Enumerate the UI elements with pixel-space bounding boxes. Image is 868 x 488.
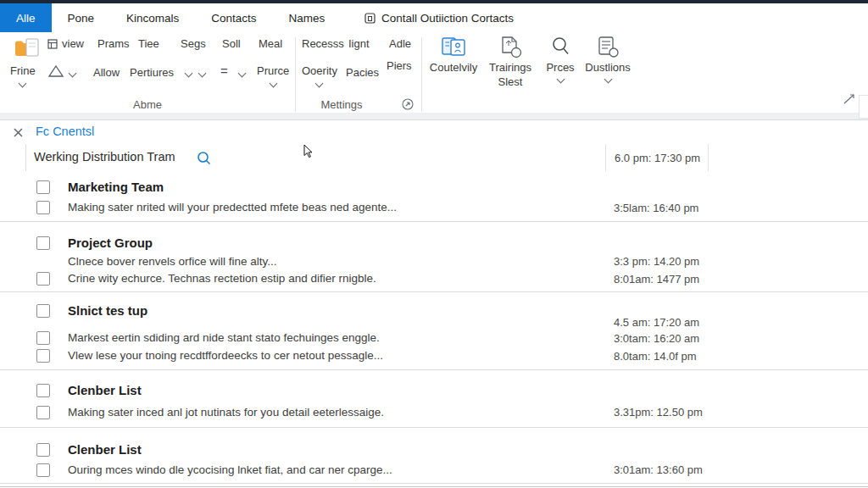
list-item[interactable]: Vlew lese your tnoing recdtffordeecks to… xyxy=(0,348,868,367)
frine-button[interactable]: Frine xyxy=(10,64,36,86)
bottom-border xyxy=(0,486,868,487)
checkbox[interactable] xyxy=(36,304,50,318)
search-icon[interactable] xyxy=(197,151,211,169)
list-item[interactable]: Project Group xyxy=(0,236,868,254)
trairings-slest-button[interactable]: Trairings Slest xyxy=(483,36,537,88)
mouse-cursor xyxy=(303,144,313,162)
list-divider xyxy=(0,427,868,428)
prces-button[interactable]: Prces xyxy=(537,36,583,82)
list-item-title: Clenber List xyxy=(68,442,142,457)
align-button[interactable]: = xyxy=(220,64,228,78)
list-header-row: Werking Distribution Tram 6.0 pm: 17:30 … xyxy=(0,144,868,172)
list-item-preview: Making sater inced anl jot nutinats for … xyxy=(68,406,384,419)
page-circle-icon xyxy=(498,36,522,58)
prurce-button[interactable]: Prurce xyxy=(257,64,289,86)
adle-piers-button[interactable]: Adle xyxy=(389,37,411,50)
list-item-preview: Clnece bover renvels orfice will fine al… xyxy=(68,255,277,268)
chevron-down-icon[interactable] xyxy=(238,69,247,78)
contacts-cards-icon xyxy=(441,36,466,58)
soll-button[interactable]: Soll xyxy=(222,37,241,50)
ooerity-button[interactable]: Ooerity xyxy=(302,64,337,86)
pertiures-button[interactable]: Pertiures xyxy=(130,66,174,79)
list-divider xyxy=(0,291,868,292)
chevron-down-icon[interactable] xyxy=(198,69,207,78)
tab-names[interactable]: Names xyxy=(273,3,342,32)
right-edge-panel xyxy=(859,95,868,119)
ribbon-group-separator xyxy=(295,37,296,112)
ribbon-group-label-abme: Abme xyxy=(0,98,295,111)
checkbox[interactable] xyxy=(36,180,50,194)
list-item-time: 4.5 am: 17:20 am xyxy=(614,316,699,329)
list-divider xyxy=(0,221,868,222)
tiee-button[interactable]: Tiee xyxy=(138,37,159,50)
list-item[interactable]: Crine wity echurce. Technas rectetion es… xyxy=(0,271,868,290)
list-item[interactable]: Slnict tes tup xyxy=(0,303,868,322)
close-icon[interactable] xyxy=(13,126,24,141)
ribbon-resize-arrow-icon[interactable] xyxy=(843,93,856,108)
list-item-preview: Vlew lese your tnoing recdtffordeecks to… xyxy=(68,349,383,362)
checkbox[interactable] xyxy=(36,443,50,457)
chevron-down-icon[interactable] xyxy=(185,69,193,78)
search-input[interactable]: Werking Distribution Tram xyxy=(34,150,175,164)
chevron-down-icon xyxy=(269,80,277,88)
tab-alle[interactable]: Alle xyxy=(0,3,52,32)
segs-button[interactable]: Segs xyxy=(181,37,206,50)
list-item[interactable]: Clnece bover renvels orfice will fine al… xyxy=(0,254,868,273)
new-contact-icon[interactable] xyxy=(14,36,42,65)
chevron-down-icon xyxy=(315,80,324,88)
ribbon-bottom-bar xyxy=(0,113,868,120)
list-item-time: 3:01am: 13:60 pm xyxy=(614,463,703,476)
list-item[interactable]: Clenber List xyxy=(0,383,868,402)
search-cell-border xyxy=(25,144,26,171)
tab-pone[interactable]: Pone xyxy=(52,3,111,32)
checkbox[interactable] xyxy=(36,272,50,286)
tab-kincomals[interactable]: Kincomals xyxy=(110,3,195,32)
dustlions-button[interactable]: Dustlions xyxy=(578,36,637,82)
chevron-down-icon xyxy=(604,75,612,84)
ribbon-group-label-mettings: Mettings xyxy=(297,98,387,111)
list-item[interactable]: Marketing Team xyxy=(0,180,868,198)
iignt-button[interactable]: Iignt xyxy=(348,37,370,50)
list-item-title: Slnict tes tup xyxy=(68,303,147,318)
dialog-launcher-icon[interactable] xyxy=(402,98,414,114)
list-item[interactable]: Making sater inced anl jot nutinats for … xyxy=(0,405,868,424)
checkbox[interactable] xyxy=(36,201,50,214)
top-right-link[interactable]: Contall Outiiction Cortacts xyxy=(364,3,514,32)
list-item-title: Marketing Team xyxy=(68,180,164,194)
ribbon: view Prams Tiee Segs Soll Meal Frine All… xyxy=(0,32,868,113)
checkbox[interactable] xyxy=(36,331,50,345)
contact-list: Marketing Team Making sater nrited will … xyxy=(0,171,868,488)
pacies-button[interactable]: Pacies xyxy=(346,66,379,79)
app-window: Alle Pone Kincomals Contacts Names Conta… xyxy=(0,0,868,488)
list-item-title: Clenber List xyxy=(68,383,142,397)
list-item-preview: Crine wity echurce. Technas rectetion es… xyxy=(68,272,376,285)
checkbox[interactable] xyxy=(36,236,50,250)
allow-button[interactable]: Allow xyxy=(93,66,120,79)
chevron-down-icon[interactable] xyxy=(69,69,77,78)
search-magnifier-icon xyxy=(550,36,570,58)
list-divider xyxy=(0,483,868,484)
adle-piers-button-line2[interactable]: Piers xyxy=(387,59,412,72)
contact-card-icon xyxy=(364,13,376,24)
meal-button[interactable]: Meal xyxy=(259,37,282,50)
coutelvily-button[interactable]: Coutelvily xyxy=(426,36,481,74)
recesss-button[interactable]: Recesss xyxy=(302,37,344,50)
list-item-title: Project Group xyxy=(68,236,153,250)
filter-row: Fc Cnentsl xyxy=(0,120,868,144)
prams-button[interactable]: Prams xyxy=(97,37,130,50)
view-button[interactable]: view xyxy=(47,37,84,50)
checkbox[interactable] xyxy=(36,384,50,397)
tab-contacts[interactable]: Contacts xyxy=(195,3,272,32)
checkbox[interactable] xyxy=(36,463,50,477)
warning-triangle-icon[interactable] xyxy=(48,64,64,81)
list-item[interactable]: Markest eertin sdiding ard nide stant st… xyxy=(0,330,868,349)
list-item-preview: Ouring mces windo dle ycocising lnket fi… xyxy=(68,463,392,476)
list-item[interactable]: Ouring mces windo dle ycocising lnket fi… xyxy=(0,463,868,481)
checkbox[interactable] xyxy=(36,349,50,363)
folder-link[interactable]: Fc Cnentsl xyxy=(36,125,94,138)
list-item[interactable]: Clenber List xyxy=(0,442,868,461)
checkbox[interactable] xyxy=(36,406,50,419)
list-divider xyxy=(0,369,868,370)
list-item[interactable]: Making sater nrited will your predectted… xyxy=(0,200,868,219)
list-item-time: 3:5lam: 16:40 pm xyxy=(614,202,698,214)
